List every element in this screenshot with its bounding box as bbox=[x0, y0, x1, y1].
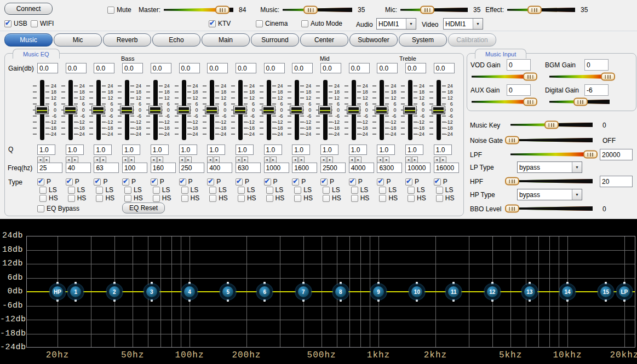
slider-thumb[interactable] bbox=[523, 73, 537, 81]
filter-type-ls-checkbox[interactable]: LS bbox=[181, 186, 199, 194]
checkbox-box[interactable] bbox=[209, 187, 216, 194]
slider-thumb[interactable] bbox=[403, 106, 417, 114]
eq-bypass-checkbox[interactable]: EQ Bypass bbox=[37, 205, 79, 212]
lpf-slider[interactable] bbox=[510, 150, 593, 159]
usb-checkbox[interactable]: USB bbox=[4, 20, 27, 27]
slider-thumb[interactable] bbox=[601, 73, 615, 81]
hpf-slider[interactable] bbox=[510, 177, 593, 186]
tab-mic[interactable]: Mic bbox=[54, 33, 102, 47]
checkbox-box[interactable] bbox=[37, 178, 44, 186]
filter-type-p-checkbox[interactable]: P bbox=[37, 178, 51, 186]
q-input[interactable]: 1.0 bbox=[264, 145, 282, 155]
filter-type-p-checkbox[interactable]: P bbox=[320, 178, 334, 186]
freq-input[interactable]: 2500 bbox=[320, 163, 346, 173]
gain-slider[interactable]: 24181260-6-12-18-24 bbox=[89, 79, 115, 143]
gain-input[interactable]: 0.0 bbox=[122, 63, 143, 73]
freq-input[interactable]: 630 bbox=[236, 163, 261, 173]
wifi-checkbox-box[interactable] bbox=[31, 20, 38, 27]
filter-type-ls-checkbox[interactable]: LS bbox=[209, 186, 227, 194]
slider-thumb[interactable] bbox=[91, 106, 105, 114]
gain-input[interactable]: 0.0 bbox=[264, 63, 285, 73]
checkbox-box[interactable] bbox=[68, 195, 75, 202]
filter-type-p-checkbox[interactable]: P bbox=[207, 178, 221, 186]
eq-node-11[interactable]: 11 bbox=[446, 284, 461, 299]
checkbox-box[interactable] bbox=[209, 195, 216, 202]
gain-input[interactable]: 0.0 bbox=[179, 63, 200, 73]
slider-thumb[interactable] bbox=[205, 106, 219, 114]
filter-type-hs-checkbox[interactable]: HS bbox=[209, 194, 228, 202]
checkbox-box[interactable] bbox=[266, 195, 273, 202]
checkbox-box[interactable] bbox=[408, 187, 415, 194]
filter-type-p-checkbox[interactable]: P bbox=[292, 178, 306, 186]
slider-thumb[interactable] bbox=[290, 106, 303, 114]
gain-slider[interactable]: 24181260-6-12-18-24 bbox=[32, 79, 59, 143]
gain-slider[interactable]: 24181260-6-12-18-24 bbox=[146, 79, 172, 143]
checkbox-box[interactable] bbox=[351, 187, 358, 194]
slider-thumb[interactable] bbox=[432, 106, 445, 114]
filter-type-ls-checkbox[interactable]: LS bbox=[238, 186, 255, 194]
checkbox-box[interactable] bbox=[294, 195, 301, 202]
gain-slider[interactable]: 24181260-6-12-18-24 bbox=[231, 79, 257, 143]
auto-mode-checkbox-box[interactable] bbox=[301, 20, 308, 27]
q-input[interactable]: 1.0 bbox=[207, 145, 225, 155]
q-input[interactable]: 1.0 bbox=[66, 145, 84, 155]
filter-type-ls-checkbox[interactable]: LS bbox=[266, 186, 284, 194]
filter-type-ls-checkbox[interactable]: LS bbox=[436, 186, 454, 194]
eq-node-8[interactable]: 8 bbox=[333, 284, 348, 299]
gain-slider[interactable]: 24181260-6-12-18-24 bbox=[400, 79, 427, 143]
checkbox-box[interactable] bbox=[94, 178, 101, 186]
filter-type-p-checkbox[interactable]: P bbox=[264, 178, 278, 186]
hpf-input[interactable]: 20 bbox=[600, 176, 633, 187]
freq-input[interactable]: 40 bbox=[66, 163, 91, 173]
gain-input[interactable]: 0.0 bbox=[236, 63, 256, 73]
checkbox-box[interactable] bbox=[181, 195, 188, 202]
checkbox-box[interactable] bbox=[39, 195, 47, 202]
checkbox-box[interactable] bbox=[124, 187, 131, 194]
checkbox-box[interactable] bbox=[405, 178, 412, 186]
checkbox-box[interactable] bbox=[434, 178, 441, 186]
hp-type-select[interactable]: bypass▼ bbox=[517, 189, 582, 200]
checkbox-box[interactable] bbox=[96, 195, 103, 202]
eq-bypass-checkbox-box[interactable] bbox=[37, 205, 44, 212]
chevron-down-icon[interactable]: ▼ bbox=[473, 19, 483, 29]
checkbox-box[interactable] bbox=[122, 178, 129, 186]
freq-input[interactable]: 160 bbox=[151, 163, 176, 173]
eq-node-hp[interactable]: HP bbox=[50, 284, 65, 299]
mic-slider[interactable] bbox=[400, 5, 468, 14]
chevron-down-icon[interactable]: ▼ bbox=[572, 162, 582, 172]
eq-node-lp[interactable]: LP bbox=[617, 284, 632, 299]
freq-input[interactable]: 63 bbox=[94, 163, 119, 173]
slider-thumb[interactable] bbox=[262, 106, 276, 114]
slider-thumb[interactable] bbox=[523, 98, 537, 106]
eq-node-4[interactable]: 4 bbox=[182, 284, 197, 299]
q-input[interactable]: 1.0 bbox=[94, 145, 112, 155]
eq-node-13[interactable]: 13 bbox=[522, 284, 537, 299]
filter-type-ls-checkbox[interactable]: LS bbox=[96, 186, 113, 194]
gain-input[interactable]: 0.0 bbox=[207, 63, 228, 73]
digital-gain-slider[interactable] bbox=[549, 97, 610, 106]
q-input[interactable]: 1.0 bbox=[405, 145, 423, 155]
tab-surround[interactable]: Surround bbox=[251, 33, 299, 47]
filter-type-hs-checkbox[interactable]: HS bbox=[124, 194, 143, 202]
slider-thumb[interactable] bbox=[505, 205, 519, 213]
chevron-down-icon[interactable]: ▼ bbox=[406, 19, 416, 29]
q-input[interactable]: 1.0 bbox=[434, 145, 452, 155]
master-slider[interactable] bbox=[164, 5, 233, 14]
freq-input[interactable]: 10000 bbox=[405, 163, 431, 173]
tab-calibration[interactable]: Calibration bbox=[448, 33, 496, 47]
filter-type-ls-checkbox[interactable]: LS bbox=[68, 186, 85, 194]
eq-node-3[interactable]: 3 bbox=[144, 284, 159, 299]
checkbox-box[interactable] bbox=[349, 178, 356, 186]
noise-gate-slider[interactable] bbox=[510, 136, 593, 145]
filter-type-ls-checkbox[interactable]: LS bbox=[39, 186, 57, 194]
filter-type-ls-checkbox[interactable]: LS bbox=[124, 186, 142, 194]
filter-type-hs-checkbox[interactable]: HS bbox=[39, 194, 58, 202]
checkbox-box[interactable] bbox=[320, 178, 328, 186]
checkbox-box[interactable] bbox=[153, 195, 160, 202]
filter-type-p-checkbox[interactable]: P bbox=[151, 178, 164, 186]
cinema-checkbox-box[interactable] bbox=[256, 20, 263, 27]
aux-gain-slider[interactable] bbox=[472, 97, 532, 106]
usb-checkbox-box[interactable] bbox=[4, 20, 12, 27]
slider-thumb[interactable] bbox=[544, 121, 559, 129]
lpf-input[interactable]: 20000 bbox=[600, 149, 633, 160]
